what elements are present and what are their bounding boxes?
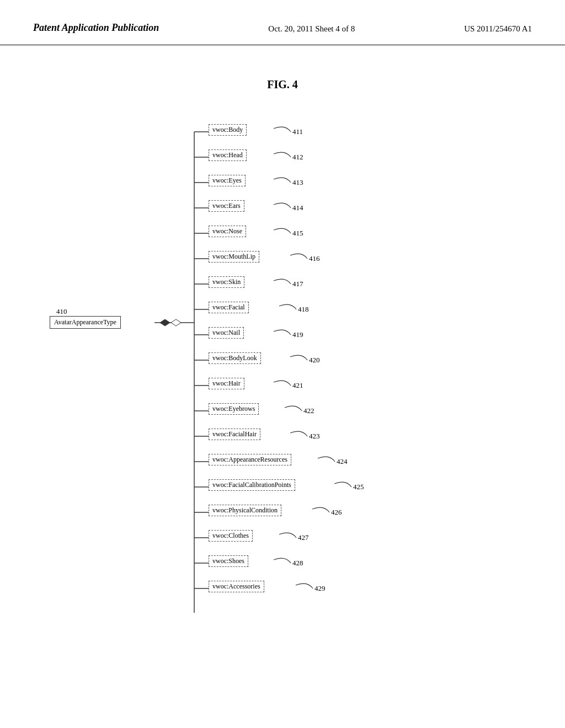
- item-0: vwoc:Body: [209, 124, 247, 136]
- svg-marker-1: [160, 319, 170, 326]
- svg-text:419: 419: [292, 330, 303, 339]
- item-2: vwoc:Eyes: [209, 175, 246, 186]
- item-11: vwoc:Eyebrows: [209, 403, 259, 415]
- svg-text:421: 421: [292, 381, 303, 389]
- item-15: vwoc:PhysicalCondition: [209, 505, 281, 516]
- svg-text:417: 417: [292, 280, 303, 288]
- item-1: vwoc:Head: [209, 149, 247, 161]
- svg-text:418: 418: [298, 305, 309, 313]
- publication-title: Patent Application Publication: [33, 22, 159, 34]
- svg-text:420: 420: [309, 356, 320, 364]
- svg-text:416: 416: [309, 254, 320, 263]
- item-18: vwoc:Accessories: [209, 581, 264, 592]
- item-3: vwoc:Ears: [209, 200, 244, 212]
- svg-text:427: 427: [298, 533, 309, 542]
- svg-text:428: 428: [292, 559, 303, 567]
- svg-text:414: 414: [292, 204, 303, 212]
- item-14: vwoc:FacialCalibrationPoints: [209, 479, 295, 491]
- patent-number: US 2011/254670 A1: [464, 22, 532, 34]
- item-6: vwoc:Skin: [209, 276, 244, 288]
- svg-text:422: 422: [303, 406, 315, 415]
- avatar-appearance-box: AvatarAppearanceType: [50, 316, 121, 329]
- avatar-label: AvatarAppearanceType: [50, 316, 121, 329]
- svg-text:426: 426: [331, 508, 342, 516]
- figure-title: FIG. 4: [33, 78, 532, 91]
- item-5: vwoc:MouthLip: [209, 251, 259, 263]
- svg-text:413: 413: [292, 178, 303, 186]
- item-10: vwoc:Hair: [209, 378, 244, 389]
- item-17: vwoc:Shoes: [209, 555, 248, 567]
- svg-text:425: 425: [353, 483, 364, 491]
- item-12: vwoc:FacialHair: [209, 429, 260, 440]
- diagram: 411 412 413 414 415 416 417 418: [34, 108, 531, 648]
- avatar-id: 410: [56, 306, 67, 316]
- svg-text:423: 423: [309, 432, 320, 440]
- svg-text:429: 429: [315, 584, 326, 592]
- svg-text:411: 411: [292, 127, 303, 136]
- page-header: Patent Application Publication Oct. 20, …: [0, 0, 565, 45]
- item-16: vwoc:Clothes: [209, 530, 253, 542]
- item-13: vwoc:AppearanceResources: [209, 454, 291, 465]
- date-sheet: Oct. 20, 2011 Sheet 4 of 8: [268, 22, 355, 34]
- svg-marker-2: [171, 319, 181, 326]
- svg-text:424: 424: [337, 457, 348, 465]
- svg-text:412: 412: [292, 153, 303, 161]
- svg-text:415: 415: [292, 229, 303, 237]
- diagram-svg: 411 412 413 414 415 416 417 418: [34, 108, 531, 648]
- main-content: FIG. 4: [0, 45, 565, 670]
- item-7: vwoc:Facial: [209, 302, 249, 313]
- item-8: vwoc:Nail: [209, 327, 244, 339]
- item-4: vwoc:Nose: [209, 226, 246, 237]
- item-9: vwoc:BodyLook: [209, 352, 261, 364]
